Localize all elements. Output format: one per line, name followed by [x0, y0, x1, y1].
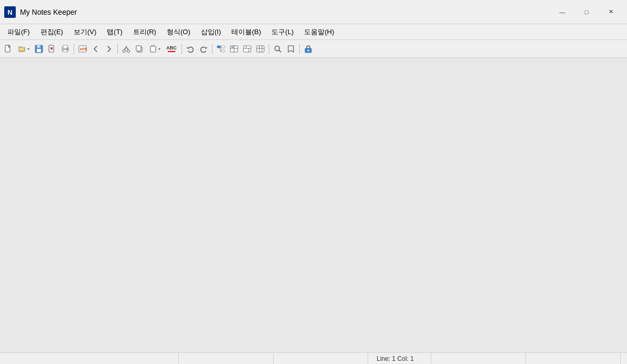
status-segment-6 [526, 353, 621, 364]
svg-rect-19 [136, 46, 141, 51]
bookmark-button[interactable] [285, 43, 297, 55]
tree-view-button[interactable] [215, 43, 227, 55]
menu-edit[interactable]: 편집(E) [35, 25, 68, 39]
status-bar: Line: 1 Col: 1 [0, 352, 627, 364]
title-bar: N My Notes Keeper — □ ✕ [0, 0, 627, 24]
svg-text:HTM: HTM [80, 47, 87, 51]
menu-view[interactable]: 보기(V) [68, 25, 102, 39]
svg-rect-6 [38, 45, 39, 47]
svg-point-13 [67, 48, 68, 49]
find-button[interactable] [271, 43, 284, 55]
svg-rect-5 [37, 49, 41, 52]
toolbar-sep-6 [299, 44, 300, 54]
toolbar-sep-1 [74, 44, 74, 54]
save-button[interactable] [33, 43, 45, 55]
new-file-button[interactable] [2, 43, 15, 55]
nav-back-button[interactable] [89, 43, 102, 55]
maximize-button[interactable]: □ [574, 4, 599, 20]
toolbar: HTM [0, 40, 627, 58]
app-logo: N [4, 6, 16, 18]
spellcheck-button[interactable]: ABC [164, 43, 179, 55]
main-content [0, 58, 627, 352]
svg-text:N: N [7, 8, 12, 16]
menu-tools[interactable]: 도구(L) [266, 25, 299, 39]
toolbar-sep-3 [181, 44, 182, 54]
toolbar-sep-5 [269, 44, 269, 54]
svg-rect-11 [63, 45, 67, 48]
menu-file[interactable]: 파일(F) [2, 25, 35, 39]
svg-rect-25 [221, 50, 225, 52]
menu-format[interactable]: 형식(O) [161, 25, 196, 39]
undo-button[interactable] [184, 43, 197, 55]
export-button[interactable]: HTM [76, 43, 89, 55]
copy-button[interactable] [133, 43, 146, 55]
menu-insert[interactable]: 삽입(I) [196, 25, 226, 39]
toolbar-sep-4 [212, 44, 213, 54]
status-segment-2 [179, 353, 274, 364]
menu-tab[interactable]: 탭(T) [102, 25, 128, 39]
table-merge-button[interactable] [241, 43, 254, 55]
menu-help[interactable]: 도움말(H) [299, 25, 339, 39]
menu-tree[interactable]: 트리(R) [128, 25, 161, 39]
close-note-button[interactable] [46, 43, 58, 55]
line-col-text: Line: 1 Col: 1 [377, 355, 414, 362]
open-file-button[interactable] [15, 43, 32, 55]
window-controls: — □ ✕ [550, 4, 623, 20]
paste-button[interactable] [146, 43, 163, 55]
minimize-button[interactable]: — [550, 4, 574, 20]
table-split-button[interactable] [254, 43, 267, 55]
table-insert-row-button[interactable] [228, 43, 240, 55]
toolbar-sep-2 [117, 44, 118, 54]
abc-spell-icon: ABC [166, 46, 177, 52]
svg-line-42 [279, 50, 281, 52]
status-line-col: Line: 1 Col: 1 [368, 353, 431, 364]
svg-rect-33 [244, 46, 251, 52]
svg-rect-23 [217, 46, 220, 48]
svg-point-17 [127, 49, 130, 52]
svg-rect-12 [63, 50, 67, 52]
close-button[interactable]: ✕ [599, 4, 623, 20]
svg-rect-21 [150, 46, 156, 52]
svg-point-16 [123, 49, 126, 52]
svg-rect-24 [221, 46, 225, 48]
svg-rect-37 [257, 46, 264, 52]
app-title: My Notes Keeper [20, 8, 550, 16]
svg-point-44 [308, 49, 309, 51]
menu-bar: 파일(F) 편집(E) 보기(V) 탭(T) 트리(R) 형식(O) 삽입(I)… [0, 24, 627, 40]
nav-forward-button[interactable] [103, 43, 115, 55]
print-preview-button[interactable] [59, 43, 72, 55]
redo-button[interactable] [197, 43, 210, 55]
svg-rect-22 [151, 45, 155, 46]
encrypt-button[interactable] [302, 43, 315, 55]
svg-rect-32 [231, 46, 234, 47]
status-segment-1 [0, 353, 179, 364]
status-segment-3 [274, 353, 368, 364]
menu-table[interactable]: 테이블(B) [226, 25, 266, 39]
status-segment-5 [431, 353, 526, 364]
cut-button[interactable] [120, 43, 133, 55]
